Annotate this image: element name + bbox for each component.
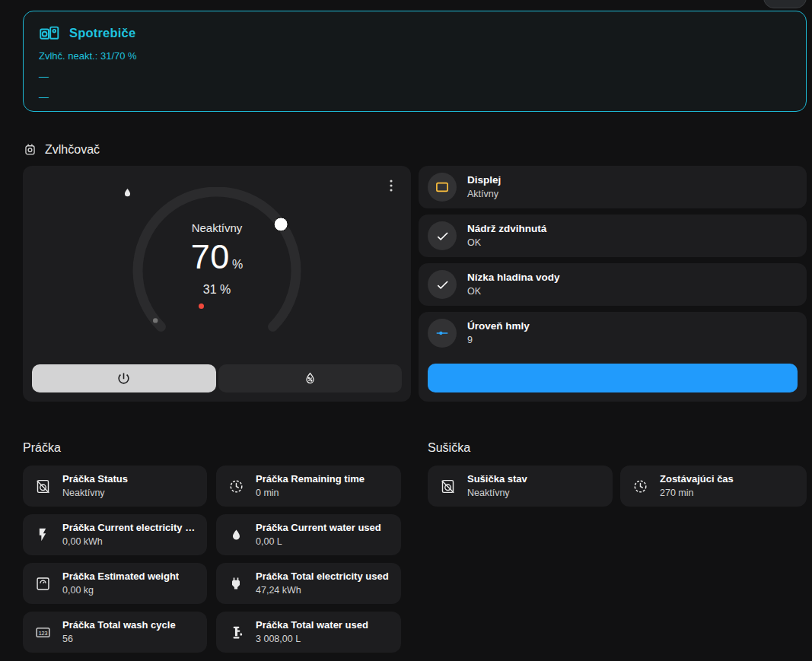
washer-section-title: Práčka bbox=[23, 441, 61, 455]
washer-estimated-weight-card[interactable]: Práčka Estimated weight 0,00 kg bbox=[23, 563, 207, 604]
slider-icon bbox=[428, 319, 457, 348]
overview-title-row: Spotrebiče bbox=[39, 23, 791, 43]
appliances-icon bbox=[39, 23, 59, 43]
entity-text: Práčka Current water used 0,00 L bbox=[256, 522, 381, 548]
entity-title: Práčka Total electricity used bbox=[256, 570, 389, 583]
low-water-entity-card[interactable]: Nízka hladina vody OK bbox=[419, 263, 807, 306]
humidity-icon bbox=[122, 187, 133, 199]
power-plug-icon bbox=[227, 576, 245, 591]
washer-total-water-card[interactable]: Práčka Total water used 3 008,00 L bbox=[216, 612, 401, 653]
overview-title: Spotrebiče bbox=[69, 26, 135, 40]
tablet-icon bbox=[428, 173, 457, 202]
entity-value: 0 min bbox=[256, 488, 365, 499]
display-entity-card[interactable]: Displej Aktívny bbox=[419, 166, 807, 208]
appliances-overview-card[interactable]: Spotrebiče Zvlhč. neakt.: 31/70 % — — bbox=[23, 11, 807, 112]
overview-summary: Zvlhč. neakt.: 31/70 % bbox=[39, 50, 791, 62]
entity-text: Práčka Current electricity … 0,00 kWh bbox=[62, 522, 195, 548]
entity-text: Práčka Total water used 3 008,00 L bbox=[256, 619, 368, 645]
target-humidity-value: 70 bbox=[191, 237, 230, 277]
tank-lifted-entity-card[interactable]: Nádrž zdvihnutá OK bbox=[419, 215, 807, 257]
entity-text: Práčka Estimated weight 0,00 kg bbox=[62, 570, 179, 596]
progress-clock-icon bbox=[227, 478, 245, 494]
entity-title: Práčka Estimated weight bbox=[62, 570, 179, 583]
entity-title: Displej bbox=[467, 174, 501, 186]
entity-text: Práčka Status Neaktívny bbox=[62, 473, 128, 499]
dryer-section-header: Sušička bbox=[428, 441, 807, 455]
alert-dot bbox=[199, 303, 204, 309]
check-circle-icon bbox=[428, 270, 457, 299]
washer-section-header: Práčka bbox=[23, 441, 401, 455]
humidifier-row: Neaktívny 70 % 31 % bbox=[23, 166, 807, 402]
mist-level-header: Úroveň hmly 9 bbox=[428, 319, 798, 348]
washing-machine-off-icon bbox=[33, 478, 52, 494]
entity-title: Práčka Total water used bbox=[256, 619, 368, 631]
washer-total-electricity-card[interactable]: Práčka Total electricity used 47,24 kWh bbox=[216, 563, 401, 604]
entity-value: 0,00 kg bbox=[62, 585, 179, 596]
top-right-pill-button[interactable] bbox=[763, 0, 807, 8]
entity-text: Sušička stav Neaktívny bbox=[467, 473, 527, 499]
washer-total-cycles-card[interactable]: 123 Práčka Total wash cycle 56 bbox=[23, 612, 207, 653]
bottom-row: Práčka Práčka Status Neaktívny bbox=[23, 441, 807, 653]
more-options-icon[interactable] bbox=[381, 176, 401, 195]
entity-text: Práčka Remaining time 0 min bbox=[256, 473, 365, 499]
entity-value: Neaktívny bbox=[62, 488, 128, 499]
dryer-grid: Sušička stav Neaktívny Zostávajúci čas 2… bbox=[428, 466, 807, 507]
water-percent-icon bbox=[303, 371, 317, 386]
current-humidity-row: 31 % bbox=[203, 283, 231, 297]
water-drop-icon bbox=[227, 528, 245, 542]
entity-title: Nádrž zdvihnutá bbox=[467, 223, 546, 235]
dryer-remaining-time-card[interactable]: Zostávajúci čas 270 min bbox=[620, 466, 807, 507]
overview-line-3: — bbox=[39, 91, 791, 103]
mist-level-card[interactable]: Úroveň hmly 9 bbox=[419, 312, 807, 402]
target-humidity-unit: % bbox=[232, 258, 243, 272]
humidifier-section-header: Zvlhčovač bbox=[23, 142, 807, 157]
entity-text: Nízka hladina vody OK bbox=[467, 272, 560, 297]
entity-title: Zostávajúci čas bbox=[660, 473, 734, 485]
washer-status-card[interactable]: Práčka Status Neaktívny bbox=[23, 466, 207, 507]
entity-text: Úroveň hmly 9 bbox=[467, 320, 530, 346]
humidifier-section-title: Zvlhčovač bbox=[45, 143, 100, 157]
entity-text: Práčka Total wash cycle 56 bbox=[62, 619, 176, 645]
washer-grid: Práčka Status Neaktívny Práčka Remaining… bbox=[23, 466, 401, 653]
entity-value: 3 008,00 L bbox=[256, 634, 368, 645]
counter-icon: 123 bbox=[33, 624, 52, 640]
humidity-mode-button[interactable] bbox=[218, 364, 403, 392]
tumble-dryer-off-icon bbox=[438, 478, 457, 494]
mist-level-slider[interactable] bbox=[428, 364, 798, 392]
entity-title: Práčka Remaining time bbox=[256, 473, 365, 485]
entity-title: Sušička stav bbox=[467, 473, 527, 485]
humidifier-state: Neaktívny bbox=[192, 221, 243, 234]
flash-icon bbox=[33, 527, 52, 542]
gauge-readout: Neaktívny 70 % 31 % bbox=[122, 187, 312, 339]
power-button[interactable] bbox=[32, 364, 216, 392]
washer-remaining-time-card[interactable]: Práčka Remaining time 0 min bbox=[216, 466, 401, 507]
entity-value: OK bbox=[467, 286, 560, 297]
dashboard-page: Spotrebiče Zvlhč. neakt.: 31/70 % — — Zv… bbox=[0, 0, 812, 653]
entity-value: Aktívny bbox=[467, 189, 501, 200]
entity-title: Práčka Current water used bbox=[256, 522, 381, 534]
entity-value: OK bbox=[467, 237, 546, 249]
entity-value: 9 bbox=[467, 335, 530, 346]
entity-title: Práčka Total wash cycle bbox=[62, 619, 176, 631]
check-circle-icon bbox=[428, 221, 457, 250]
entity-text: Práčka Total electricity used 47,24 kWh bbox=[256, 570, 389, 596]
entity-value: 0,00 L bbox=[256, 536, 381, 548]
entity-title: Práčka Status bbox=[62, 473, 128, 485]
washer-column: Práčka Práčka Status Neaktívny bbox=[23, 441, 401, 653]
humidity-gauge: Neaktívny 70 % 31 % bbox=[122, 187, 312, 339]
entity-text: Displej Aktívny bbox=[467, 174, 501, 200]
humidifier-entity-column: Displej Aktívny Nádrž zdvihnutá OK bbox=[419, 166, 807, 402]
entity-value: 0,00 kWh bbox=[62, 536, 195, 548]
humidifier-buttons bbox=[32, 364, 402, 392]
washer-current-water-card[interactable]: Práčka Current water used 0,00 L bbox=[216, 514, 401, 555]
entity-value: Neaktívny bbox=[467, 488, 527, 499]
overview-line-2: — bbox=[39, 71, 791, 82]
target-humidity: 70 % bbox=[191, 237, 243, 277]
entity-value: 56 bbox=[62, 634, 176, 645]
svg-text:123: 123 bbox=[38, 630, 47, 635]
dryer-column: Sušička Sušička stav Neaktívny bbox=[428, 441, 807, 653]
dryer-status-card[interactable]: Sušička stav Neaktívny bbox=[428, 466, 613, 507]
humidifier-gauge-card[interactable]: Neaktívny 70 % 31 % bbox=[23, 166, 411, 402]
washer-current-electricity-card[interactable]: Práčka Current electricity … 0,00 kWh bbox=[23, 514, 207, 555]
entity-text: Zostávajúci čas 270 min bbox=[660, 473, 734, 499]
